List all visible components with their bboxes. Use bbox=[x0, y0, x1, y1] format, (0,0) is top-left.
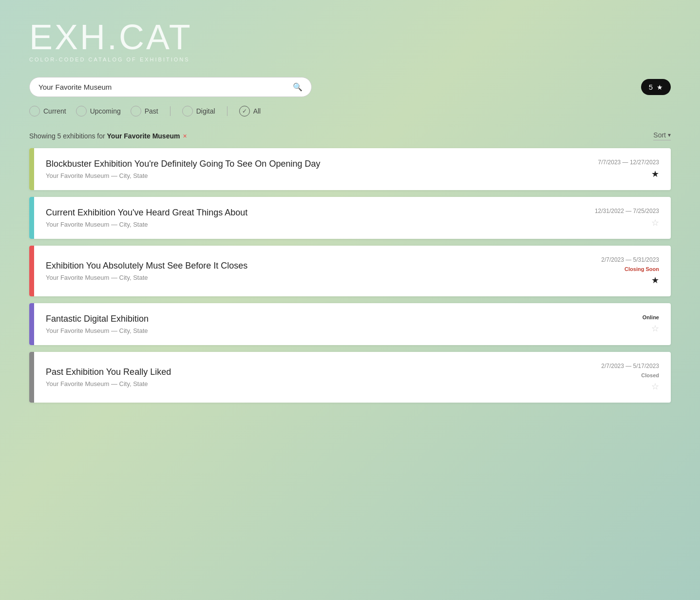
card-right-past: 2/7/2023 — 5/17/2023 Closed ☆ bbox=[601, 363, 659, 392]
card-dates-blockbuster: 7/7/2023 — 12/27/2023 bbox=[598, 159, 659, 166]
card-right-current: 12/31/2022 — 7/25/2023 ☆ bbox=[595, 208, 659, 228]
sort-label: Sort bbox=[653, 131, 666, 139]
card-accent-current bbox=[29, 197, 34, 239]
filter-past[interactable]: Past bbox=[131, 106, 158, 116]
logo-title: EXH.CAT bbox=[29, 19, 671, 55]
card-left-closing: Exhibition You Absolutely Must See Befor… bbox=[46, 261, 247, 281]
card-left-current: Current Exhibition You've Heard Great Th… bbox=[46, 208, 247, 228]
card-body-past: Past Exhibition You Really Liked Your Fa… bbox=[34, 352, 671, 403]
search-input[interactable] bbox=[38, 83, 293, 91]
card-right-blockbuster: 7/7/2023 — 12/27/2023 ★ bbox=[598, 159, 659, 179]
card-title-digital: Fantastic Digital Exhibition bbox=[46, 314, 149, 324]
logo-subtitle: COLOR-CODED CATALOG OF EXHIBITIONS bbox=[29, 57, 671, 62]
card-status-closing: Closing Soon bbox=[624, 266, 659, 272]
card-title-past: Past Exhibition You Really Liked bbox=[46, 367, 171, 377]
card-accent-closing bbox=[29, 246, 34, 296]
card-accent-blockbuster bbox=[29, 148, 34, 190]
star-button-current[interactable]: ☆ bbox=[651, 217, 659, 228]
card-title-closing: Exhibition You Absolutely Must See Befor… bbox=[46, 261, 247, 271]
exhibition-card-current[interactable]: Current Exhibition You've Heard Great Th… bbox=[29, 197, 671, 239]
filter-current[interactable]: Current bbox=[29, 106, 66, 116]
card-left-blockbuster: Blockbuster Exhibition You're Definitely… bbox=[46, 159, 320, 179]
clear-search-button[interactable]: × bbox=[183, 132, 187, 140]
card-dates-closing: 2/7/2023 — 5/31/2023 bbox=[601, 256, 659, 263]
search-box-container: 🔍 bbox=[29, 77, 312, 97]
results-header: Showing 5 exhibitions for Your Favorite … bbox=[29, 131, 671, 140]
results-showing-middle: exhibitions for bbox=[61, 132, 107, 140]
filter-upcoming-circle bbox=[76, 106, 87, 116]
star-button-digital[interactable]: ☆ bbox=[651, 323, 659, 334]
favorites-badge[interactable]: 5 ★ bbox=[641, 79, 671, 95]
logo-part2: CAT bbox=[119, 18, 192, 57]
logo-part1: EXH. bbox=[29, 18, 119, 57]
filter-all-label: All bbox=[253, 107, 261, 115]
card-body-digital: Fantastic Digital Exhibition Your Favori… bbox=[34, 303, 671, 345]
star-button-blockbuster[interactable]: ★ bbox=[651, 169, 659, 179]
favorites-count: 5 bbox=[649, 83, 653, 91]
filter-all-circle bbox=[239, 106, 250, 116]
card-body-blockbuster: Blockbuster Exhibition You're Definitely… bbox=[34, 148, 671, 190]
filter-divider bbox=[170, 106, 170, 116]
search-icon: 🔍 bbox=[293, 82, 303, 92]
card-left-past: Past Exhibition You Really Liked Your Fa… bbox=[46, 367, 171, 387]
results-query: Your Favorite Museum bbox=[107, 132, 180, 140]
results-text: Showing 5 exhibitions for Your Favorite … bbox=[29, 132, 187, 140]
filter-upcoming[interactable]: Upcoming bbox=[76, 106, 121, 116]
filter-row: Current Upcoming Past Digital All bbox=[29, 106, 671, 116]
card-venue-current: Your Favorite Museum — City, State bbox=[46, 221, 247, 228]
star-button-past[interactable]: ☆ bbox=[651, 381, 659, 392]
card-venue-blockbuster: Your Favorite Museum — City, State bbox=[46, 172, 320, 179]
card-title-current: Current Exhibition You've Heard Great Th… bbox=[46, 208, 247, 218]
card-right-closing: 2/7/2023 — 5/31/2023 Closing Soon ★ bbox=[601, 256, 659, 286]
exhibition-card-blockbuster[interactable]: Blockbuster Exhibition You're Definitely… bbox=[29, 148, 671, 190]
exhibition-list: Blockbuster Exhibition You're Definitely… bbox=[29, 148, 671, 403]
card-venue-closing: Your Favorite Museum — City, State bbox=[46, 274, 247, 281]
filter-upcoming-label: Upcoming bbox=[90, 107, 121, 115]
card-accent-past bbox=[29, 352, 34, 403]
search-row: 🔍 5 ★ bbox=[29, 77, 671, 97]
filter-divider-2 bbox=[227, 106, 227, 116]
card-body-current: Current Exhibition You've Heard Great Th… bbox=[34, 197, 671, 239]
card-left-digital: Fantastic Digital Exhibition Your Favori… bbox=[46, 314, 149, 334]
filter-past-circle bbox=[131, 106, 141, 116]
filter-digital-label: Digital bbox=[196, 107, 215, 115]
card-status-digital: Online bbox=[643, 314, 659, 320]
exhibition-card-closing[interactable]: Exhibition You Absolutely Must See Befor… bbox=[29, 246, 671, 296]
favorites-star-icon: ★ bbox=[657, 83, 663, 91]
card-venue-past: Your Favorite Museum — City, State bbox=[46, 380, 171, 387]
exhibition-card-digital[interactable]: Fantastic Digital Exhibition Your Favori… bbox=[29, 303, 671, 345]
results-showing-prefix: Showing bbox=[29, 132, 57, 140]
logo-area: EXH.CAT COLOR-CODED CATALOG OF EXHIBITIO… bbox=[29, 19, 671, 62]
chevron-down-icon: ▾ bbox=[668, 132, 671, 138]
star-button-closing[interactable]: ★ bbox=[651, 275, 659, 286]
card-right-digital: Online ☆ bbox=[601, 314, 659, 334]
exhibition-card-past[interactable]: Past Exhibition You Really Liked Your Fa… bbox=[29, 352, 671, 403]
card-dates-current: 12/31/2022 — 7/25/2023 bbox=[595, 208, 659, 214]
filter-current-circle bbox=[29, 106, 40, 116]
card-title-blockbuster: Blockbuster Exhibition You're Definitely… bbox=[46, 159, 320, 169]
filter-all[interactable]: All bbox=[239, 106, 261, 116]
filter-digital-circle bbox=[182, 106, 193, 116]
card-body-closing: Exhibition You Absolutely Must See Befor… bbox=[34, 246, 671, 296]
filter-digital[interactable]: Digital bbox=[182, 106, 215, 116]
card-status-past: Closed bbox=[641, 372, 659, 378]
filter-past-label: Past bbox=[145, 107, 158, 115]
filter-current-label: Current bbox=[43, 107, 66, 115]
card-dates-past: 2/7/2023 — 5/17/2023 bbox=[601, 363, 659, 369]
card-accent-digital bbox=[29, 303, 34, 345]
card-venue-digital: Your Favorite Museum — City, State bbox=[46, 327, 149, 334]
sort-control[interactable]: Sort ▾ bbox=[653, 131, 671, 140]
